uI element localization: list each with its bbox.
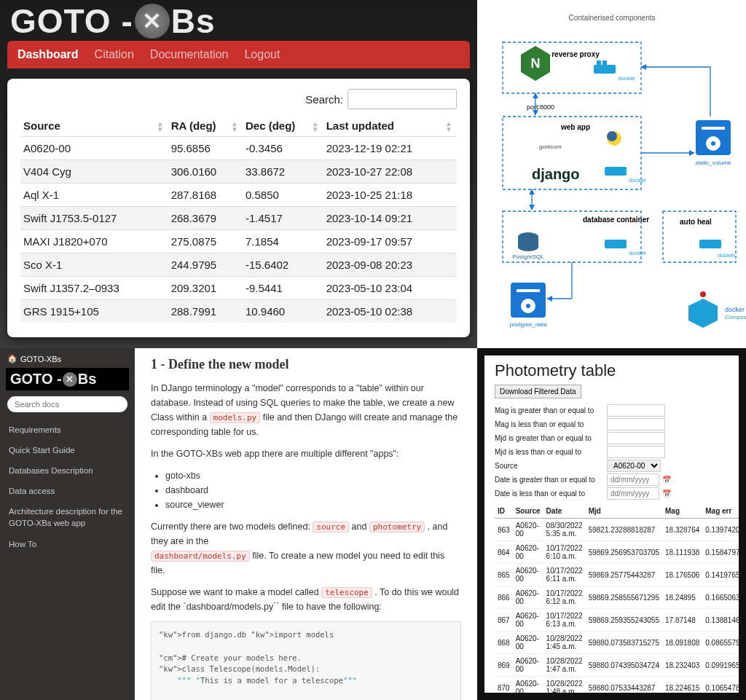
sidebar-item[interactable]: Architecture description for the GOTO-XB… xyxy=(0,501,135,533)
svg-point-40 xyxy=(700,291,706,297)
svg-text:docker: docker xyxy=(629,250,646,256)
nav-citation[interactable]: Citation xyxy=(95,48,134,61)
svg-text:gunicorn: gunicorn xyxy=(539,143,562,150)
svg-text:static_volume: static_volume xyxy=(696,160,731,166)
table-row[interactable]: GRS 1915+105288.799110.94602023-05-10 02… xyxy=(20,300,457,323)
top-nav: Dashboard Citation Documentation Logout xyxy=(7,41,470,68)
home-icon: 🏠 xyxy=(7,354,17,363)
sort-icon: ▲▼ xyxy=(157,121,164,133)
svg-text:Containerised components: Containerised components xyxy=(569,14,656,22)
codeblock: "kw">from django.db "kw">import models "… xyxy=(151,621,461,700)
table-row[interactable]: 868A0620-0010/28/2022 1:45 a.m.59880.073… xyxy=(495,632,746,654)
sidebar-item[interactable]: Quick Start Guide xyxy=(0,440,135,460)
sort-icon: ▲▼ xyxy=(445,121,452,133)
table-row[interactable]: 865A0620-0010/17/2022 6:11 a.m.59869.257… xyxy=(495,564,746,586)
svg-rect-5 xyxy=(594,65,616,74)
col[interactable]: Date xyxy=(543,504,586,519)
svg-text:auto heal: auto heal xyxy=(680,218,712,226)
photometry-table: IDSourceDateMjdMagMag err 863A0620-0008/… xyxy=(495,504,746,700)
nav-logout[interactable]: Logout xyxy=(244,48,280,61)
table-row[interactable]: Sco X-1244.9795-15.64022023-09-08 20:23 xyxy=(20,253,457,277)
dashboard-card: Search: Source▲▼ RA (deg)▲▼ Dec (deg)▲▼ … xyxy=(7,79,470,337)
table-row[interactable]: 867A0620-0010/17/2022 6:13 a.m.59869.259… xyxy=(495,609,746,632)
table-row[interactable]: A0620-0095.6856-0.34562023-12-19 02:21 xyxy=(20,137,457,160)
table-row[interactable]: 864A0620-0010/17/2022 6:10 a.m.59869.256… xyxy=(495,541,746,564)
page-title: Photometry table xyxy=(495,361,729,380)
svg-text:docker: docker xyxy=(629,177,646,184)
table-row[interactable]: Swift J1753.5-0127268.3679-1.45172023-10… xyxy=(20,207,457,230)
svg-text:database container: database container xyxy=(583,216,649,224)
logo-x-icon: ✕ xyxy=(63,372,77,387)
source-select[interactable]: A0620-00 xyxy=(607,460,661,472)
date-gte-input[interactable] xyxy=(607,473,659,486)
table-row[interactable]: 869A0620-0010/28/2022 1:47 a.m.59880.074… xyxy=(495,654,746,677)
sidebar-item[interactable]: Data access xyxy=(0,481,135,501)
svg-rect-16 xyxy=(605,167,627,176)
nav-dashboard[interactable]: Dashboard xyxy=(17,48,79,61)
date-lte-input[interactable] xyxy=(607,487,659,500)
sidebar-item[interactable]: Requirements xyxy=(0,420,135,440)
sort-icon: ▲▼ xyxy=(231,121,238,133)
app-logo: GOTO - ✕ Bs xyxy=(7,0,470,41)
svg-text:docker: docker xyxy=(725,306,745,313)
table-row[interactable]: 870A0620-0010/28/2022 1:48 a.m.59880.075… xyxy=(495,677,746,699)
svg-text:Compose: Compose xyxy=(725,314,746,320)
col-updated[interactable]: Last updated▲▼ xyxy=(323,115,457,137)
col[interactable]: Source xyxy=(513,504,543,519)
svg-text:postgres_data: postgres_data xyxy=(510,321,547,328)
calendar-icon[interactable]: 📅 xyxy=(662,489,671,498)
table-row[interactable]: 863A0620-0008/30/2022 5:35 a.m.59821.232… xyxy=(495,519,746,541)
docs-content: 1 - Define the new model In DJango termi… xyxy=(135,348,477,700)
sidebar-item[interactable]: How To xyxy=(0,534,135,554)
sidebar-item[interactable]: Databases Description xyxy=(0,460,135,481)
docs-logo: GOTO - ✕ Bs xyxy=(6,368,129,390)
svg-rect-7 xyxy=(602,60,607,65)
svg-text:docker: docker xyxy=(618,75,635,82)
svg-point-32 xyxy=(711,141,715,146)
svg-text:web app: web app xyxy=(560,123,590,131)
mjd-gte-input[interactable] xyxy=(607,432,665,444)
download-filtered-data-button[interactable]: Download Filtered Data xyxy=(495,385,581,398)
svg-point-37 xyxy=(526,304,530,308)
svg-point-22 xyxy=(518,243,538,251)
svg-rect-38 xyxy=(517,289,540,292)
calendar-icon[interactable]: 📅 xyxy=(662,476,671,484)
photometry-panel: Photometry table Download Filtered Data … xyxy=(477,348,746,700)
mjd-lte-input[interactable] xyxy=(607,446,665,458)
table-row[interactable]: V404 Cyg306.016033.86722023-10-27 22:08 xyxy=(20,160,457,184)
col-ra[interactable]: RA (deg)▲▼ xyxy=(168,115,243,137)
svg-point-15 xyxy=(607,131,617,141)
table-row[interactable]: MAXI J1820+070275.08757.18542023-09-17 0… xyxy=(20,230,457,253)
svg-rect-6 xyxy=(597,60,601,65)
col-source[interactable]: Source▲▼ xyxy=(20,115,168,137)
svg-text:django: django xyxy=(532,166,580,182)
architecture-diagram: Containerised components reverse proxy N… xyxy=(477,0,746,348)
nav-documentation[interactable]: Documentation xyxy=(150,48,229,61)
mag-gte-input[interactable] xyxy=(607,404,665,417)
sidebar: 🏠 GOTO-XBs GOTO - ✕ Bs RequirementsQuick… xyxy=(0,348,135,700)
dashboard-app: GOTO - ✕ Bs Dashboard Citation Documenta… xyxy=(0,0,477,348)
search-input[interactable] xyxy=(348,89,457,109)
svg-text:reverse proxy: reverse proxy xyxy=(551,50,600,58)
sources-table: Source▲▼ RA (deg)▲▼ Dec (deg)▲▼ Last upd… xyxy=(20,115,457,323)
docs-search-input[interactable] xyxy=(7,396,127,412)
col-dec[interactable]: Dec (deg)▲▼ xyxy=(243,115,323,137)
page-title: 1 - Define the new model xyxy=(151,357,461,372)
col[interactable]: Mag xyxy=(662,504,702,519)
docs-app: 🏠 GOTO-XBs GOTO - ✕ Bs RequirementsQuick… xyxy=(0,348,477,700)
table-row[interactable]: Aql X-1287.81680.58502023-10-25 21:18 xyxy=(20,184,457,207)
svg-text:N: N xyxy=(531,56,541,71)
sort-icon: ▲▼ xyxy=(312,121,319,133)
svg-rect-28 xyxy=(699,240,721,248)
code-models-py: models.py xyxy=(210,412,261,423)
col[interactable]: Mjd xyxy=(586,504,662,519)
col[interactable]: ID xyxy=(495,504,513,519)
svg-rect-24 xyxy=(605,240,627,248)
table-row[interactable]: Swift J1357.2–0933209.3201-9.54412023-05… xyxy=(20,277,457,300)
table-row[interactable]: 866A0620-0010/17/2022 6:12 a.m.59869.258… xyxy=(495,586,746,609)
search-label: Search: xyxy=(305,93,343,106)
logo-x-icon: ✕ xyxy=(135,4,170,39)
breadcrumb[interactable]: 🏠 GOTO-XBs xyxy=(0,354,135,368)
col[interactable]: Mag err xyxy=(702,504,746,519)
mag-lte-input[interactable] xyxy=(607,418,665,430)
